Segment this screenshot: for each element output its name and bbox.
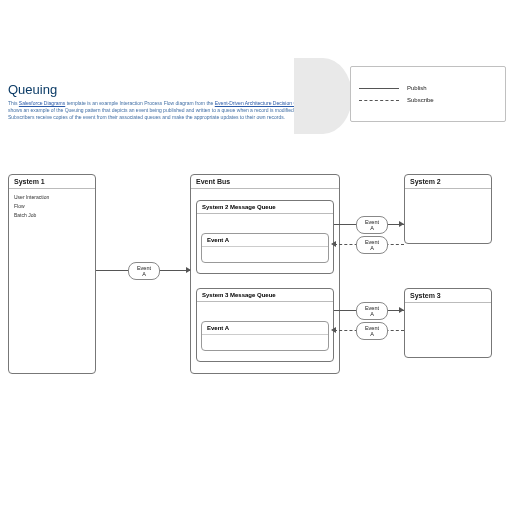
- arrow-right-icon: [186, 267, 191, 273]
- legend-row-publish: Publish: [359, 85, 497, 91]
- edge-badge-event-a: EventA: [128, 262, 160, 280]
- desc-text: template is an example Interaction Proce…: [65, 100, 215, 106]
- description: This Salesforce Diagrams template is an …: [8, 100, 318, 121]
- legend-background-shape: [294, 58, 352, 134]
- edge-badge-event-a: EventA: [356, 236, 388, 254]
- system-3-box: System 3: [404, 288, 492, 358]
- system-1-box: System 1 User Interaction Flow Batch Job: [8, 174, 96, 374]
- list-item: User Interaction: [14, 193, 90, 202]
- legend-label: Subscribe: [407, 97, 434, 103]
- system-2-box: System 2: [404, 174, 492, 244]
- dashed-line-icon: [359, 100, 399, 101]
- legend: Publish Subscribe: [344, 66, 508, 124]
- header: Queuing This Salesforce Diagrams templat…: [8, 82, 318, 121]
- system-2-queue-box: System 2 Message Queue Event A: [196, 200, 334, 274]
- page-title: Queuing: [8, 82, 318, 97]
- arrow-left-icon: [331, 241, 336, 247]
- event-bus-title: Event Bus: [191, 175, 339, 189]
- legend-box: Publish Subscribe: [350, 66, 506, 122]
- system-2-title: System 2: [405, 175, 491, 189]
- legend-label: Publish: [407, 85, 427, 91]
- arrow-left-icon: [331, 327, 336, 333]
- system-3-title: System 3: [405, 289, 491, 303]
- event-card: Event A: [201, 321, 329, 351]
- event-card: Event A: [201, 233, 329, 263]
- legend-row-subscribe: Subscribe: [359, 97, 497, 103]
- arrow-right-icon: [399, 221, 404, 227]
- list-item: Batch Job: [14, 211, 90, 220]
- system-1-items: User Interaction Flow Batch Job: [9, 189, 95, 224]
- edge-badge-event-a: EventA: [356, 322, 388, 340]
- arrow-right-icon: [399, 307, 404, 313]
- edge-badge-event-a: EventA: [356, 302, 388, 320]
- event-label: Event A: [202, 322, 328, 335]
- event-driven-guide-link[interactable]: Event-Driven Architecture Decision Guide: [215, 100, 307, 106]
- desc-text: This: [8, 100, 19, 106]
- diagram-canvas: System 1 User Interaction Flow Batch Job…: [0, 150, 516, 410]
- event-label: Event A: [202, 234, 328, 247]
- solid-line-icon: [359, 88, 399, 89]
- edge-badge-event-a: EventA: [356, 216, 388, 234]
- salesforce-diagrams-link[interactable]: Salesforce Diagrams: [19, 100, 65, 106]
- queue-title: System 2 Message Queue: [197, 201, 333, 214]
- system-1-title: System 1: [9, 175, 95, 189]
- list-item: Flow: [14, 202, 90, 211]
- system-3-queue-box: System 3 Message Queue Event A: [196, 288, 334, 362]
- queue-title: System 3 Message Queue: [197, 289, 333, 302]
